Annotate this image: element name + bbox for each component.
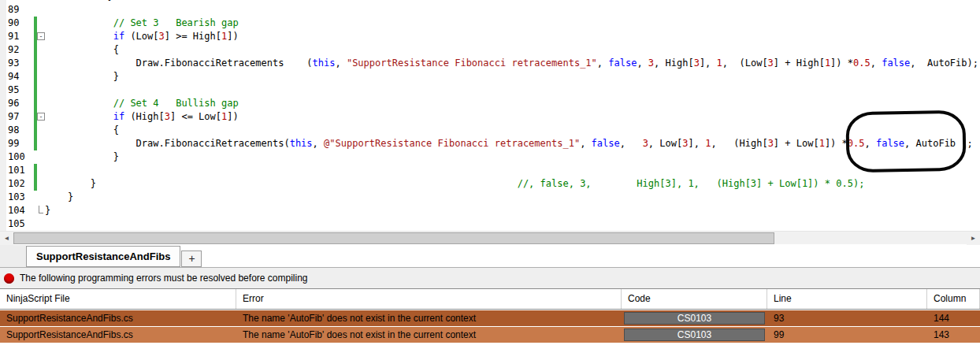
gutter: [33, 217, 45, 231]
code-line[interactable]: 93 Draw.FibonacciRetracements (this, "Su…: [6, 57, 978, 70]
line-number: 92: [6, 43, 33, 57]
code-text: Draw.FibonacciRetracements (this, "Suppo…: [45, 57, 978, 70]
gutter: [33, 3, 45, 17]
code-line[interactable]: 97- if (High[3] <= Low[1]): [6, 110, 978, 124]
code-lines: 88 }8990 // Set 3 Bearish gap91- if (Low…: [6, 0, 978, 231]
gutter: [33, 84, 45, 97]
column-header-error[interactable]: Error: [236, 289, 622, 309]
error-table-header: NinjaScript FileErrorCodeLineColumn: [0, 288, 980, 310]
line-number: 98: [6, 124, 33, 137]
line-number: 101: [6, 164, 33, 177]
scroll-left-arrow-icon[interactable]: ◄: [0, 232, 13, 245]
code-line[interactable]: 99 Draw.FibonacciRetracements(this, @"Su…: [6, 137, 978, 150]
gutter: [33, 70, 45, 84]
error-row[interactable]: SupportResistanceAndFibs.csThe name 'Aut…: [0, 327, 980, 343]
error-code-badge: CS0103: [624, 328, 765, 341]
line-cell: 93: [767, 310, 927, 326]
code-line[interactable]: 96 // Set 4 Bullish gap: [6, 97, 978, 110]
add-tab-button[interactable]: +: [181, 251, 202, 267]
scrollbar-thumb[interactable]: [13, 232, 774, 244]
fold-end-marker: [39, 206, 43, 213]
code-text: }: [45, 70, 119, 84]
tab-supportresistanceandfibs[interactable]: SupportResistanceAndFibs: [26, 246, 180, 267]
scroll-right-arrow-icon[interactable]: ►: [967, 232, 980, 245]
code-text: } //, false, 3, High[3], 1, (High[3] + L…: [45, 177, 864, 191]
change-bar: [34, 177, 37, 191]
code-text: {: [45, 43, 119, 57]
column-header-code[interactable]: Code: [622, 289, 767, 309]
code-line[interactable]: 94 }: [6, 70, 978, 84]
code-line[interactable]: 91- if (Low[3] >= High[1]): [6, 30, 978, 43]
code-line[interactable]: 104}: [6, 204, 978, 217]
code-cell: CS0103: [622, 327, 767, 343]
gutter: -: [33, 30, 45, 43]
code-line[interactable]: 92 {: [6, 43, 978, 57]
horizontal-scrollbar[interactable]: ◄ ►: [0, 231, 980, 244]
line-number: 90: [6, 17, 33, 30]
error-row[interactable]: SupportResistanceAndFibs.csThe name 'Aut…: [0, 310, 980, 326]
gutter: [33, 57, 45, 70]
code-line[interactable]: 105: [6, 217, 978, 231]
gutter: [33, 124, 45, 137]
gutter: [33, 204, 45, 217]
change-bar: [34, 164, 37, 177]
change-bar: [34, 43, 37, 57]
error-list-panel: NinjaScript FileErrorCodeLineColumn Supp…: [0, 288, 980, 343]
fold-collapse-icon[interactable]: -: [37, 32, 45, 40]
editor-left-margin: [0, 0, 6, 231]
line-cell: 99: [767, 327, 927, 343]
column-header-ninjascript-file[interactable]: NinjaScript File: [0, 289, 236, 309]
gutter: [33, 164, 45, 177]
code-cell: CS0103: [622, 310, 767, 326]
gutter: [33, 150, 45, 164]
code-line[interactable]: 103 }: [6, 191, 978, 204]
tab-bar-spacer: [0, 245, 26, 267]
editor-tab-bar: SupportResistanceAndFibs +: [0, 246, 980, 268]
code-line[interactable]: 100 }: [6, 150, 978, 164]
code-line[interactable]: 98 {: [6, 124, 978, 137]
column-cell: 144: [927, 310, 980, 326]
code-text: }: [45, 191, 73, 204]
line-number: 91: [6, 30, 33, 43]
line-number: 103: [6, 191, 33, 204]
code-line[interactable]: 101: [6, 164, 978, 177]
line-number: 105: [6, 217, 33, 231]
line-number: 89: [6, 3, 33, 17]
code-text: Draw.FibonacciRetracements(this, @"Suppo…: [45, 137, 973, 150]
code-line[interactable]: 95: [6, 84, 978, 97]
error-indicator-icon: [4, 273, 14, 284]
code-text: }: [45, 150, 119, 164]
gutter: [33, 191, 45, 204]
column-header-column[interactable]: Column: [927, 289, 980, 309]
column-header-line[interactable]: Line: [767, 289, 927, 309]
line-number: 95: [6, 84, 33, 97]
error-cell: The name 'AutoFib' does not exist in the…: [236, 327, 622, 343]
error-cell: The name 'AutoFib' does not exist in the…: [236, 310, 622, 326]
code-text: // Set 4 Bullish gap: [45, 97, 239, 110]
gutter: [33, 43, 45, 57]
line-number: 93: [6, 57, 33, 70]
change-bar: [34, 57, 37, 70]
line-number: 100: [6, 150, 33, 164]
code-line[interactable]: 89: [6, 3, 978, 17]
gutter: [33, 97, 45, 110]
code-text: // Set 3 Bearish gap: [45, 17, 239, 30]
code-text: }: [45, 0, 113, 3]
fold-collapse-icon[interactable]: -: [37, 113, 45, 121]
line-number: 96: [6, 97, 33, 110]
file-cell: SupportResistanceAndFibs.cs: [0, 327, 236, 343]
change-bar: [34, 70, 37, 84]
code-line[interactable]: 102 } //, false, 3, High[3], 1, (High[3]…: [6, 177, 978, 191]
code-text: {: [45, 124, 119, 137]
code-line[interactable]: 90 // Set 3 Bearish gap: [6, 17, 978, 30]
gutter: [33, 137, 45, 150]
change-bar: [34, 124, 37, 137]
gutter: -: [33, 110, 45, 124]
error-code-badge: CS0103: [624, 312, 765, 325]
line-number: 102: [6, 177, 33, 191]
line-number: 94: [6, 70, 33, 84]
change-bar: [34, 97, 37, 110]
change-bar: [34, 17, 37, 30]
code-editor[interactable]: 88 }8990 // Set 3 Bearish gap91- if (Low…: [0, 0, 980, 231]
change-bar: [34, 137, 37, 150]
